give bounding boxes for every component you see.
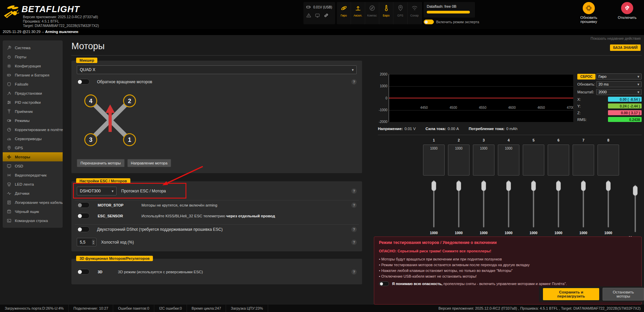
esc-sensor-toggle[interactable] [77,213,90,219]
idle-throttle-input[interactable]: 5,5 ▴▾ [77,238,96,246]
sidebar-item-osd[interactable]: OSD [3,161,63,170]
graph-controls: СБРОС Гиро▾ Обновить: 20 ms▾ Масштаб: 20… [577,73,642,124]
help-icon[interactable]: ? [351,188,357,194]
z-axis-label: Z: [577,111,581,115]
motor-pos-label: 2 [128,98,131,104]
sidebar-item-presets[interactable]: Предустановки [3,89,63,98]
y-axis-label: Y: [577,104,581,108]
sidebar-item-vtx[interactable]: Видеопередатчик [3,170,63,180]
battery-icon [305,5,312,9]
motor-slider[interactable] [548,180,569,230]
motor-slider[interactable] [498,180,519,230]
knowledge-base-button[interactable]: БАЗА ЗНАНИЙ [610,44,641,51]
show-recent-link[interactable]: Показать недавние действия [590,36,641,40]
help-icon[interactable]: ? [351,240,357,245]
x-axis-badge: 0.00 ( -8.54 ) [608,97,642,102]
warning-bullets: Моторы будут вращаться при включении или… [379,256,637,279]
mixer-type-select[interactable]: QUAD X▾ [77,65,357,74]
help-icon[interactable]: ? [351,269,357,275]
sidebar-item-adjustments[interactable]: Корректирование в полёте [3,125,63,134]
motor-slider[interactable] [448,180,470,230]
sidebar-item-servos[interactable]: Сервоприводы [3,134,63,143]
master-slider-column: Мастер [628,180,643,240]
version-info: Версия приложения: 2025.12.0-RC2 (f7337a… [23,15,99,28]
sidebar-item-power-battery[interactable]: Питание и Батарея [3,70,63,80]
chevron-down-icon: ▾ [352,68,354,72]
motor-value-box [548,145,569,176]
motor-number: 5 [523,138,544,143]
warning-icon [306,13,311,19]
sidebar-item-failsafe[interactable]: Failsafe [3,80,63,89]
warning-danger: ОПАСНО: Серьезный риск травм! Снимите вс… [379,249,637,253]
motor-slider[interactable] [523,180,544,230]
sidebar-nav: СистемаПортыКонфигурацияПитание и Батаре… [3,40,63,228]
sidebar-item-blackbox[interactable]: Чёрный ящик [3,207,63,216]
stop-motors-button[interactable]: Остановить моторы [603,288,644,301]
z-axis-badge: 0.00 ( 3.17 ) [608,110,642,115]
sidebar-item-led-strip[interactable]: LED лента [3,180,63,189]
warning-bullet: Моторы будут вращаться при включении или… [379,256,637,262]
help-icon[interactable]: ? [351,202,357,208]
link-icon[interactable] [324,13,329,19]
sidebar-item-ports[interactable]: Порты [3,52,63,61]
shield-icon [7,82,12,87]
sidebar-item-gps[interactable]: GPS [3,143,63,152]
gear-icon [7,64,12,68]
threed-mode-toggle[interactable] [77,269,90,275]
sidebar-item-receiver[interactable]: Приёмник [3,107,63,116]
help-icon[interactable]: ? [351,227,357,232]
esc-protocol-select[interactable]: DSHOT300▾ [77,187,117,195]
motor-stop-row: MOTOR_STOP Мотор­ы не крутятся, если вкл… [77,202,357,208]
motor-stop-name: MOTOR_STOP [98,203,141,207]
reverse-motors-label: Обратное вращение моторов [97,80,152,84]
y-axis-badge: 0.24 ( -2.44 ) [608,103,642,108]
status-bar: Загруженность порта:D:26%-U:4%Подключени… [0,305,644,312]
save-reboot-button[interactable]: Сохранить и перезагрузить [543,288,599,300]
expert-mode-toggle[interactable] [424,20,434,24]
bidirectional-dshot-toggle[interactable] [77,226,90,232]
sidebar-item-sensors[interactable]: Датчики [3,189,63,198]
master-slider[interactable] [628,185,643,235]
motor-column-1: 110001000 [423,138,445,235]
status-version: Версия приложения: 2025.12.0-RC2 (f7337a… [439,306,644,310]
motor-direction-button[interactable]: Направление мотора [127,159,171,167]
sidebar-item-pid-tuning[interactable]: PID настройки [3,98,63,107]
motor-slider-value: 1000 [448,231,470,235]
motor-value-box [573,145,594,176]
esc-motor-settings-panel: Настройки ESC / Моторов DSHOT300▾ Проток… [71,181,362,251]
refresh-rate-select[interactable]: 20 ms▾ [596,81,642,87]
esc-settings-tag: Настройки ESC / Моторов [76,178,130,184]
motor-slider[interactable] [598,180,619,230]
graph-source-select[interactable]: Гиро▾ [596,73,642,80]
motor-test-enable-toggle[interactable] [379,281,389,286]
threed-tag: 3D функционал Моторов/Регуляторов [76,256,153,261]
graph-reset-button[interactable]: СБРОС [577,74,595,80]
reverse-motors-toggle[interactable] [77,79,90,85]
arrow-up-icon [105,104,115,113]
status-item: Загруженность порта:D:26%-U:4% [0,305,69,312]
sidebar-item-configuration[interactable]: Конфигурация [3,61,63,70]
sidebar-item-modes[interactable]: Режимы [3,116,63,125]
cpu-icon [585,5,592,11]
chevron-down-icon: ▾ [637,74,639,79]
sensor-bar: ГироАксел.КомпасБароGPSСонар [337,2,422,24]
remap-motors-button[interactable]: Переназначить моторы [77,159,125,167]
sidebar-item-onboard-logging[interactable]: Логирование через кабель [3,198,63,207]
status-item: Загрузка ЦПУ:23% [226,305,268,312]
motor-slider[interactable] [473,180,494,230]
scale-select[interactable]: 2000▾ [596,89,642,95]
motor-slider[interactable] [573,180,594,230]
sidebar-item-cli[interactable]: Командная строка [3,216,63,225]
sidebar-item-system[interactable]: Система [3,43,63,52]
stepper-arrows-icon[interactable]: ▴▾ [92,240,95,245]
display-icon[interactable] [315,13,320,19]
disconnect-button[interactable]: Отключить [614,2,641,20]
gyro-trace [389,98,573,98]
motor-test-ack-text: Я понимаю всю опасность, пропеллеры снят… [392,281,567,286]
sidebar-item-motors[interactable]: Моторы [3,152,63,161]
sensor-Гиро: Гиро [337,2,351,24]
update-firmware-button[interactable]: Обновить прошивку [572,2,606,24]
help-icon[interactable]: ? [351,79,357,85]
motor-slider[interactable] [423,180,445,230]
motor-stop-toggle[interactable] [77,202,90,208]
